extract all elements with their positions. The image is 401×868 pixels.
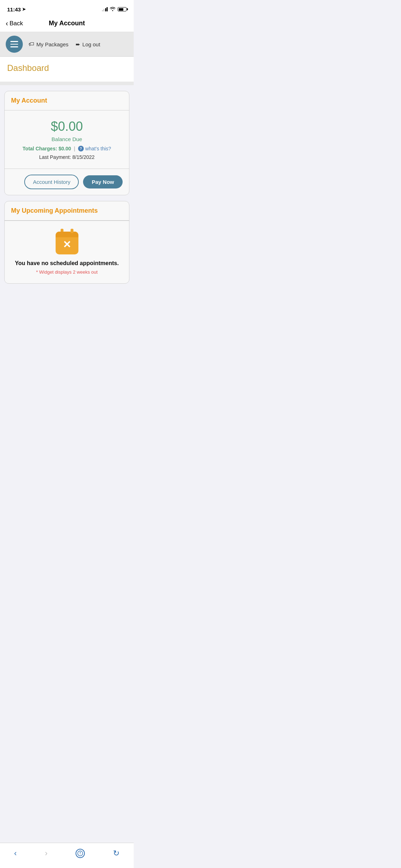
calendar-no-appointments-icon: ✕	[56, 232, 78, 254]
back-button[interactable]: ‹ Back	[6, 19, 23, 27]
widget-note: * Widget displays 2 weeks out	[11, 269, 123, 275]
whats-this-label: what's this?	[85, 146, 111, 151]
dashboard-heading: Dashboard	[7, 63, 127, 73]
packages-tag-icon: 🏷	[29, 41, 34, 47]
whats-this-link[interactable]: ? what's this?	[78, 146, 111, 151]
section-separator	[0, 82, 134, 85]
total-charges-row: Total Charges: $0.00 | ? what's this?	[11, 146, 123, 151]
pay-now-button[interactable]: Pay Now	[83, 175, 123, 188]
my-account-card: My Account $0.00 Balance Due Total Charg…	[4, 91, 129, 195]
account-card-body: $0.00 Balance Due Total Charges: $0.00 |…	[5, 110, 129, 169]
status-icons	[102, 7, 127, 12]
logout-icon: ➨	[76, 41, 80, 48]
menu-icon	[10, 44, 18, 45]
nav-bar: ‹ Back My Account	[0, 16, 134, 32]
menu-icon	[10, 46, 18, 47]
status-time: 11:43 ➤	[7, 6, 26, 12]
appointments-card-header: My Upcoming Appointments	[5, 201, 129, 221]
location-arrow-icon: ➤	[22, 7, 26, 12]
account-card-buttons: Account History Pay Now	[5, 169, 129, 195]
page-title: My Account	[49, 20, 85, 27]
toolbar-links: 🏷 My Packages ➨ Log out	[29, 41, 100, 48]
menu-button[interactable]	[6, 36, 23, 53]
battery-icon	[118, 7, 127, 11]
calendar-top-bar	[56, 232, 78, 237]
back-chevron-icon: ‹	[6, 19, 8, 27]
logout-link[interactable]: ➨ Log out	[76, 41, 100, 48]
total-charges-label: Total Charges: $0.00	[22, 146, 71, 151]
account-card-title: My Account	[11, 97, 123, 104]
my-packages-link[interactable]: 🏷 My Packages	[29, 41, 68, 47]
appointments-card-title: My Upcoming Appointments	[11, 207, 123, 215]
my-packages-label: My Packages	[36, 41, 68, 47]
account-history-button[interactable]: Account History	[24, 175, 79, 189]
appointments-card: My Upcoming Appointments ✕ You have no s…	[4, 201, 129, 284]
logout-label: Log out	[82, 41, 100, 47]
main-content: Dashboard My Account $0.00 Balance Due T…	[0, 57, 134, 321]
wifi-icon	[110, 7, 115, 12]
dashboard-section: Dashboard	[0, 57, 134, 82]
status-bar: 11:43 ➤	[0, 0, 134, 16]
balance-label: Balance Due	[11, 136, 123, 142]
menu-icon	[10, 41, 18, 42]
calendar-x-icon: ✕	[63, 239, 71, 250]
last-payment-label: Last Payment: 8/15/2022	[11, 154, 123, 160]
toolbar: 🏷 My Packages ➨ Log out	[0, 32, 134, 57]
no-appointments-message: You have no scheduled appointments.	[11, 260, 123, 267]
help-icon: ?	[78, 146, 84, 151]
calendar-icon-wrapper: ✕	[11, 232, 123, 254]
pipe-divider: |	[74, 146, 75, 151]
appointments-card-body: ✕ You have no scheduled appointments. * …	[5, 221, 129, 283]
time-display: 11:43	[7, 6, 21, 12]
balance-amount: $0.00	[11, 119, 123, 134]
signal-bars-icon	[102, 7, 108, 11]
back-label: Back	[10, 20, 23, 27]
account-card-header: My Account	[5, 91, 129, 110]
